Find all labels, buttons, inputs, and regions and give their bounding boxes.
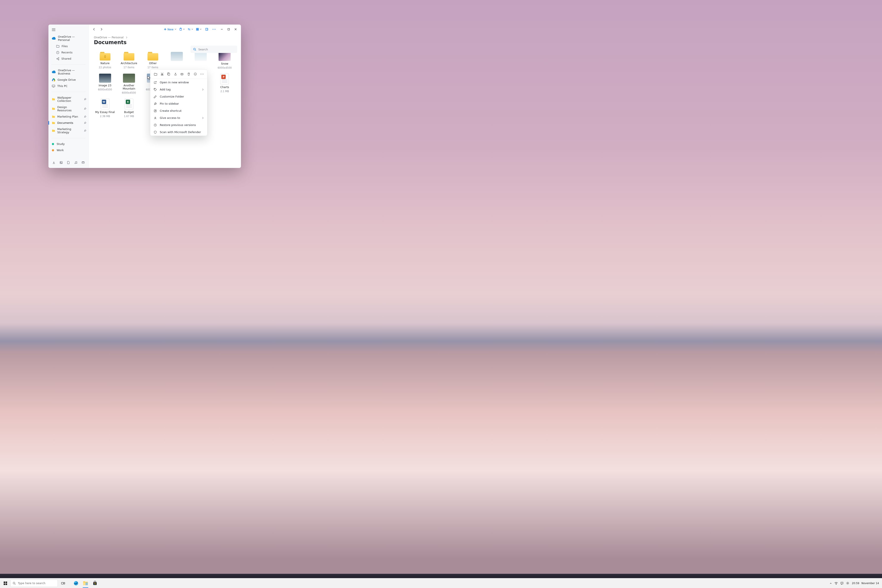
taskbar-search-placeholder: Type here to search	[18, 582, 45, 585]
tile-5[interactable]: Snow 6000x4500	[213, 52, 237, 69]
tray-notifications-icon[interactable]	[840, 582, 843, 585]
ctx-item-6[interactable]: Restore previous versions	[150, 122, 207, 129]
ctx-item-3[interactable]: Pin to sidebar	[150, 100, 207, 107]
taskbar-app-edge[interactable]	[72, 579, 80, 587]
ctx-item-0[interactable]: Open in new window	[150, 79, 207, 86]
tile-6[interactable]: Image 23 6000x4500	[93, 74, 117, 94]
breadcrumb-root[interactable]: OneDrive — Personal	[94, 36, 124, 39]
tile-meta: 2.1 MB	[220, 90, 229, 93]
tile-0[interactable]: Nature 22 photos	[93, 52, 117, 69]
sidebar-pin-4[interactable]: Marketing Strategy	[48, 126, 88, 135]
svg-rect-37	[6, 584, 7, 585]
sidebar-tag-1[interactable]: Work	[48, 147, 88, 153]
tile-13[interactable]: X Budget 1.67 MB	[117, 99, 141, 118]
sidebar-pin-0[interactable]: Wallpaper Collection	[48, 94, 88, 104]
tile-2[interactable]: Other 17 items	[141, 52, 165, 69]
tile-meta: 22 photos	[99, 66, 111, 69]
ctx-cut-icon[interactable]	[159, 71, 165, 77]
svg-rect-46	[94, 584, 95, 584]
ctx-share-icon[interactable]	[172, 71, 178, 77]
window-maximize-button[interactable]	[225, 26, 232, 33]
tray-time[interactable]: 20:59	[852, 582, 860, 585]
ctx-delete-icon[interactable]	[186, 71, 192, 77]
pin-icon	[84, 122, 86, 124]
pin-icon	[84, 98, 86, 100]
tray-chevron-icon[interactable]	[830, 582, 832, 584]
tile-4[interactable]	[189, 52, 213, 69]
info-pane-button[interactable]	[204, 26, 210, 33]
sidebar-item-onedrive-personal[interactable]: OneDrive — Personal	[48, 34, 88, 43]
shield-icon	[154, 131, 157, 134]
sidebar-tag-label: Work	[57, 148, 64, 152]
svg-rect-43	[93, 582, 97, 585]
tile-11[interactable]: P Charts 2.1 MB	[213, 74, 237, 94]
window-close-button[interactable]	[232, 26, 239, 33]
more-button[interactable]	[211, 26, 217, 33]
chevron-right-icon	[202, 117, 204, 119]
sidebar-sub-shared[interactable]: Shared	[48, 56, 88, 62]
ctx-open-icon[interactable]	[153, 71, 159, 77]
sidebar-drive-0[interactable]: OneDrive — Business	[48, 67, 88, 76]
taskbar-search[interactable]: Type here to search	[10, 580, 58, 587]
sidebar-sub-files[interactable]: Files	[48, 43, 88, 49]
pictures-icon[interactable]	[58, 159, 64, 166]
sidebar-drive-1[interactable]: Google Drive	[48, 76, 88, 83]
sort-button[interactable]	[187, 26, 194, 33]
svg-rect-35	[6, 582, 7, 583]
forward-button[interactable]	[98, 26, 105, 33]
ctx-item-5[interactable]: Give access to	[150, 114, 207, 122]
svg-rect-12	[196, 28, 197, 29]
sidebar-sub-recents[interactable]: Recents	[48, 49, 88, 56]
tile-12[interactable]: W My Essay Final 2.38 MB	[93, 99, 117, 118]
back-button[interactable]	[91, 26, 98, 33]
tile-meta: 6000x4500	[218, 66, 232, 69]
ctx-copy-icon[interactable]	[166, 71, 172, 77]
ctx-item-label: Open in new window	[160, 81, 189, 84]
ctx-properties-icon[interactable]	[192, 71, 198, 77]
taskview-button[interactable]	[59, 579, 67, 587]
breadcrumb[interactable]: OneDrive — Personal	[89, 34, 241, 39]
tile-3[interactable]	[165, 52, 189, 69]
ctx-item-1[interactable]: Add tag	[150, 86, 207, 93]
folder-icon	[52, 116, 55, 118]
sidebar-bottom-bar	[48, 157, 88, 168]
svg-point-29	[203, 74, 204, 75]
desktop-wallpaper: OneDrive — Personal Files Recents Shared…	[0, 0, 882, 588]
taskbar-app-explorer[interactable]	[81, 579, 90, 587]
toolbar: New	[89, 24, 241, 34]
videos-icon[interactable]	[80, 159, 86, 166]
taskbar: Type here to search 20:59 November 14	[0, 578, 882, 588]
page-title: Documents	[89, 39, 241, 46]
tile-1[interactable]: Architecture 17 items	[117, 52, 141, 69]
music-icon[interactable]	[73, 159, 79, 166]
tile-7[interactable]: Another Mountain 6000x4500	[117, 74, 141, 94]
ctx-item-2[interactable]: Customize Folder	[150, 93, 207, 100]
sidebar-pin-3[interactable]: Documents	[48, 120, 88, 126]
sidebar-tag-0[interactable]: Study	[48, 141, 88, 147]
ctx-item-7[interactable]: Scan with Microsoft Defender	[150, 129, 207, 136]
ctx-item-4[interactable]: Create shortcut	[150, 107, 207, 114]
pin-icon	[84, 108, 86, 110]
paste-button[interactable]	[178, 26, 186, 33]
tray-settings-icon[interactable]	[846, 582, 849, 585]
hamburger-icon[interactable]	[52, 28, 85, 31]
tray-date[interactable]: November 14	[861, 582, 879, 585]
ctx-rename-icon[interactable]	[179, 71, 185, 77]
view-button[interactable]	[195, 26, 202, 33]
new-button[interactable]: New	[163, 26, 177, 33]
sidebar-drive-2[interactable]: This PC	[48, 83, 88, 89]
search-input[interactable]: Search	[190, 46, 237, 53]
folder-icon	[147, 52, 158, 60]
taskbar-app-store[interactable]	[91, 579, 99, 587]
sidebar-item-label: OneDrive — Personal	[58, 35, 85, 42]
sidebar-pin-2[interactable]: Marketing Plan	[48, 114, 88, 120]
sidebar-pin-1[interactable]: Design Resources	[48, 104, 88, 114]
downloads-icon[interactable]	[51, 159, 57, 166]
start-button[interactable]	[2, 580, 9, 587]
image-thumbnail	[171, 52, 183, 61]
tray-wifi-icon[interactable]	[834, 582, 838, 585]
sidebar-item-label: OneDrive — Business	[58, 69, 85, 75]
documents-icon[interactable]	[65, 159, 72, 166]
ctx-more-icon[interactable]	[199, 71, 205, 77]
window-minimize-button[interactable]	[219, 26, 225, 33]
